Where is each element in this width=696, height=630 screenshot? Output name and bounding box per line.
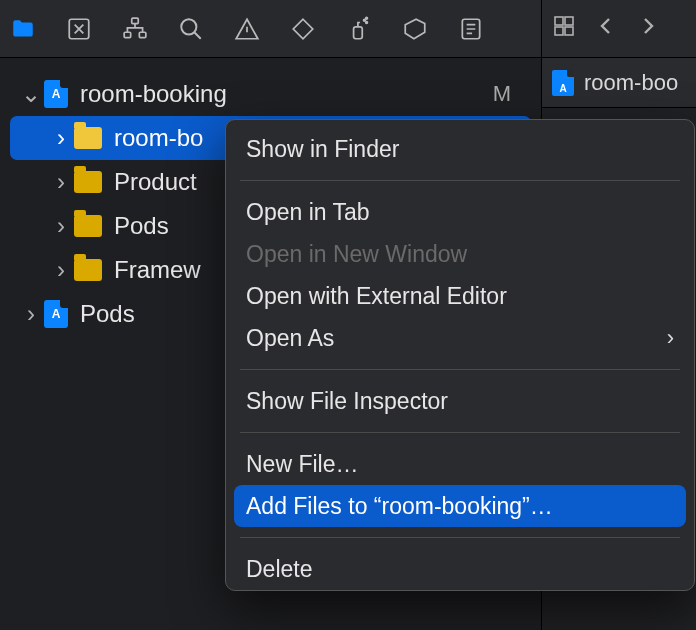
svg-point-6	[364, 19, 366, 21]
menu-separator	[240, 180, 680, 181]
svg-rect-1	[132, 18, 139, 23]
menu-open-in-tab[interactable]: Open in Tab	[226, 191, 694, 233]
folder-label: Pods	[114, 212, 169, 240]
menu-delete[interactable]: Delete	[226, 548, 694, 590]
menu-open-as[interactable]: Open As›	[226, 317, 694, 359]
menu-open-in-new-window: Open in New Window	[226, 233, 694, 275]
chevron-right-icon[interactable]: ›	[48, 256, 74, 284]
svg-rect-12	[555, 27, 563, 35]
tab-label: room-boo	[584, 70, 678, 96]
chevron-right-icon[interactable]: ›	[48, 168, 74, 196]
spray-icon[interactable]	[344, 14, 374, 44]
svg-rect-10	[555, 17, 563, 25]
menu-show-file-inspector[interactable]: Show File Inspector	[226, 380, 694, 422]
scm-status-badge: M	[493, 81, 511, 107]
svg-rect-5	[354, 26, 363, 38]
xcode-project-icon: A	[44, 300, 68, 328]
menu-separator	[240, 432, 680, 433]
folder-label: room-bo	[114, 124, 203, 152]
folder-icon	[74, 215, 102, 237]
menu-new-file[interactable]: New File…	[226, 443, 694, 485]
chevron-left-icon[interactable]	[594, 14, 618, 44]
folder-icon	[74, 259, 102, 281]
xcode-project-icon: A	[552, 70, 574, 96]
menu-separator	[240, 537, 680, 538]
svg-point-4	[181, 19, 196, 34]
chevron-right-icon[interactable]: ›	[48, 212, 74, 240]
warning-icon[interactable]	[232, 14, 262, 44]
project-root-row[interactable]: ⌄ A room-booking M	[0, 72, 541, 116]
folder-label: Framew	[114, 256, 201, 284]
svg-rect-3	[139, 32, 146, 37]
svg-rect-13	[565, 27, 573, 35]
svg-point-8	[366, 17, 368, 19]
svg-rect-2	[124, 32, 131, 37]
folder-icon[interactable]	[8, 14, 38, 44]
menu-open-external-editor[interactable]: Open with External Editor	[226, 275, 694, 317]
chevron-down-icon[interactable]: ⌄	[18, 80, 44, 108]
editor-toolbar	[542, 0, 696, 58]
menu-add-files[interactable]: Add Files to “room-booking”…	[234, 485, 686, 527]
svg-point-7	[366, 21, 368, 23]
project-root-label: room-booking	[80, 80, 227, 108]
menu-separator	[240, 369, 680, 370]
editor-tab[interactable]: A room-boo	[542, 58, 696, 108]
chevron-right-icon: ›	[667, 325, 674, 351]
chevron-right-icon[interactable]	[636, 14, 660, 44]
folder-icon	[74, 127, 102, 149]
context-menu: Show in Finder Open in Tab Open in New W…	[225, 119, 695, 591]
svg-rect-11	[565, 17, 573, 25]
project-label: Pods	[80, 300, 135, 328]
chevron-right-icon[interactable]: ›	[48, 124, 74, 152]
diamond-icon[interactable]	[288, 14, 318, 44]
folder-label: Product	[114, 168, 197, 196]
hierarchy-icon[interactable]	[120, 14, 150, 44]
menu-show-in-finder[interactable]: Show in Finder	[226, 128, 694, 170]
tag-icon[interactable]	[400, 14, 430, 44]
chevron-right-icon[interactable]: ›	[18, 300, 44, 328]
list-icon[interactable]	[456, 14, 486, 44]
search-icon[interactable]	[176, 14, 206, 44]
x-box-icon[interactable]	[64, 14, 94, 44]
grid-layout-icon[interactable]	[552, 14, 576, 44]
folder-icon	[74, 171, 102, 193]
xcode-project-icon: A	[44, 80, 68, 108]
